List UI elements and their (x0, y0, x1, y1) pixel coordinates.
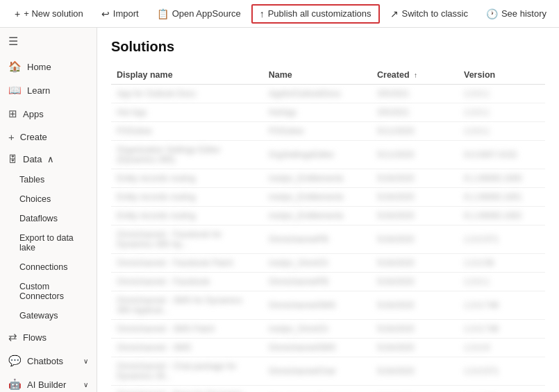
table-row[interactable]: Hot AppHotApp3/5/20211.0.0.1 (111, 103, 545, 122)
cell-name: OmnichannelSMS (263, 291, 372, 320)
data-icon: 🗄 (8, 154, 17, 164)
cell-created: 5/16/2020 (372, 169, 458, 188)
cell-display-name: Omnichannel - Chat package for Dynamics … (111, 357, 263, 386)
sidebar-item-create[interactable]: + Create (0, 126, 97, 148)
sidebar-item-gateways[interactable]: Gateways (0, 306, 97, 325)
sidebar-item-connections[interactable]: Connections (0, 257, 97, 277)
content-area: Solutions Display name Name Created ↑ Ve… (97, 28, 559, 392)
table-row[interactable]: Omnichannel - FacebookOmnichannelFB5/16/… (111, 273, 545, 291)
home-icon: 🏠 (8, 60, 22, 73)
cell-created: 5/16/2020 (372, 357, 458, 386)
sidebar-item-choices[interactable]: Choices (0, 189, 97, 209)
cell-display-name: Entity records routing (111, 188, 263, 207)
cell-version: 9.1.00000.1000 (458, 169, 545, 188)
cell-created: 5/16/2020 (372, 188, 458, 207)
cell-display-name: Omnichannel - SMS (111, 339, 263, 357)
table-row[interactable]: FOGoliveFOGolive5/11/20201.0.0.1 (111, 122, 545, 141)
apps-icon: ⊞ (8, 108, 17, 120)
cell-display-name: Omnichannel - Base for Dynamics 365 Appl… (111, 386, 263, 393)
ai-chevron-icon: ∨ (83, 381, 88, 389)
cell-created: 5/16/2020 (372, 339, 458, 357)
flows-icon: ⇄ (8, 331, 17, 343)
cell-name: msdyn_Entitlements (263, 169, 372, 188)
cell-display-name: Entity records routing (111, 207, 263, 225)
cell-created: 3/5/2021 (372, 103, 458, 122)
switch-classic-button[interactable]: ↗ Switch to classic (383, 5, 476, 23)
table-row[interactable]: Omnichannel - Facebook for Dynamics 365 … (111, 225, 545, 254)
cell-version: 1.0.0.1 (458, 273, 545, 291)
history-icon: 🕐 (486, 8, 498, 19)
cell-version: 1.0.0.748 (458, 320, 545, 339)
cell-version: 9.1.00000.1001 (458, 188, 545, 207)
col-header-created[interactable]: Created ↑ (372, 66, 458, 85)
table-row[interactable]: Omnichannel - SMS Patchmsdyn_OmniCh5/16/… (111, 320, 545, 339)
chatbots-chevron-icon: ∨ (83, 357, 88, 365)
table-header-row: Display name Name Created ↑ Version (111, 66, 545, 85)
cell-created: 5/16/2020 (372, 291, 458, 320)
sort-arrow-icon: ↑ (414, 71, 417, 79)
cell-created: 5/11/2020 (372, 141, 458, 169)
table-row[interactable]: Omnichannel - SMSOmnichannelSMS5/16/2020… (111, 339, 545, 357)
see-history-button[interactable]: 🕐 See history (478, 5, 554, 23)
col-header-name: Name (263, 66, 372, 85)
new-solution-button[interactable]: + + New solution (7, 5, 91, 23)
sidebar-item-tables[interactable]: Tables (0, 170, 97, 189)
create-icon: + (8, 131, 15, 143)
cell-name: OmnichannelBase (263, 386, 372, 393)
sidebar-item-apps[interactable]: ⊞ Apps (0, 102, 97, 126)
import-button[interactable]: ↩ Import (94, 5, 147, 23)
cell-display-name: FOGolive (111, 122, 263, 141)
learn-icon: 📖 (8, 84, 22, 96)
chatbots-icon: 💬 (8, 355, 22, 367)
table-row[interactable]: App for Outlook DocsAppforOutlookDocs3/5… (111, 85, 545, 103)
top-bar: + + New solution ↩ Import 📋 Open AppSour… (0, 0, 559, 28)
cell-display-name: Omnichannel - Facebook for Dynamics 365 … (111, 225, 263, 254)
cell-version: 1.0.0.748 (458, 291, 545, 320)
sidebar-item-learn[interactable]: 📖 Learn (0, 78, 97, 102)
cell-name: AppforOutlookDocs (263, 85, 372, 103)
cell-display-name: Entity records routing (111, 169, 263, 188)
table-row[interactable]: Omnichannel - Base for Dynamics 365 Appl… (111, 386, 545, 393)
cell-version: 1.0.0.9 (458, 339, 545, 357)
cell-name: msdyn_Entitlements (263, 188, 372, 207)
page-title: Solutions (111, 39, 545, 55)
cell-created: 5/16/2020 (372, 273, 458, 291)
cell-display-name: Omnichannel - Facebook Patch (111, 254, 263, 273)
table-row[interactable]: Omnichannel - Facebook Patchmsdyn_OmniCh… (111, 254, 545, 273)
table-row[interactable]: Omnichannel - Chat package for Dynamics … (111, 357, 545, 386)
open-appsource-button[interactable]: 📋 Open AppSource (149, 5, 249, 23)
table-row[interactable]: Entity records routingmsdyn_Entitlements… (111, 207, 545, 225)
hamburger-button[interactable]: ☰ (0, 28, 97, 55)
cell-version: 1.0.0.1 (458, 122, 545, 141)
cell-created: 5/16/2020 (372, 254, 458, 273)
cell-created: 5/16/2020 (372, 320, 458, 339)
col-header-display-name: Display name (111, 66, 263, 85)
cell-created: 5/16/2020 (372, 386, 458, 393)
appsource-icon: 📋 (157, 8, 169, 19)
sidebar-item-flows[interactable]: ⇄ Flows (0, 325, 97, 349)
sidebar-item-ai-builder[interactable]: 🤖 AI Builder ∨ (0, 373, 97, 392)
table-row[interactable]: Entity records routingmsdyn_Entitlements… (111, 169, 545, 188)
cell-display-name: Omnichannel - SMS Patch (111, 320, 263, 339)
cell-version: 1.0.0.1 (458, 85, 545, 103)
cell-version: 1.0.0.571 (458, 225, 545, 254)
sidebar-item-chatbots[interactable]: 💬 Chatbots ∨ (0, 349, 97, 373)
sidebar-item-data[interactable]: 🗄 Data ∧ (0, 148, 97, 170)
cell-name: OrgSettingsEditor (263, 141, 372, 169)
cell-version: 1.0.0.571 (458, 386, 545, 393)
cell-display-name: Organization Settings Editor (Dynamics 3… (111, 141, 263, 169)
sidebar-item-export[interactable]: Export to data lake (0, 228, 97, 257)
cell-version: 1.0.0.1 (458, 103, 545, 122)
publish-all-button[interactable]: ↑ Publish all customizations (251, 4, 380, 24)
table-row[interactable]: Organization Settings Editor (Dynamics 3… (111, 141, 545, 169)
sidebar-item-custom-connectors[interactable]: Custom Connectors (0, 277, 97, 306)
main-layout: ☰ 🏠 Home 📖 Learn ⊞ Apps + Create 🗄 Data … (0, 28, 559, 392)
sidebar-item-dataflows[interactable]: Dataflows (0, 209, 97, 228)
cell-display-name: Hot App (111, 103, 263, 122)
table-row[interactable]: Entity records routingmsdyn_Entitlements… (111, 188, 545, 207)
import-icon: ↩ (101, 8, 110, 19)
cell-version: 1.0.0.56 (458, 254, 545, 273)
sidebar-item-home[interactable]: 🏠 Home (0, 55, 97, 78)
sidebar: ☰ 🏠 Home 📖 Learn ⊞ Apps + Create 🗄 Data … (0, 28, 97, 392)
table-row[interactable]: Omnichannel - SMS for Dynamics 365 Appli… (111, 291, 545, 320)
